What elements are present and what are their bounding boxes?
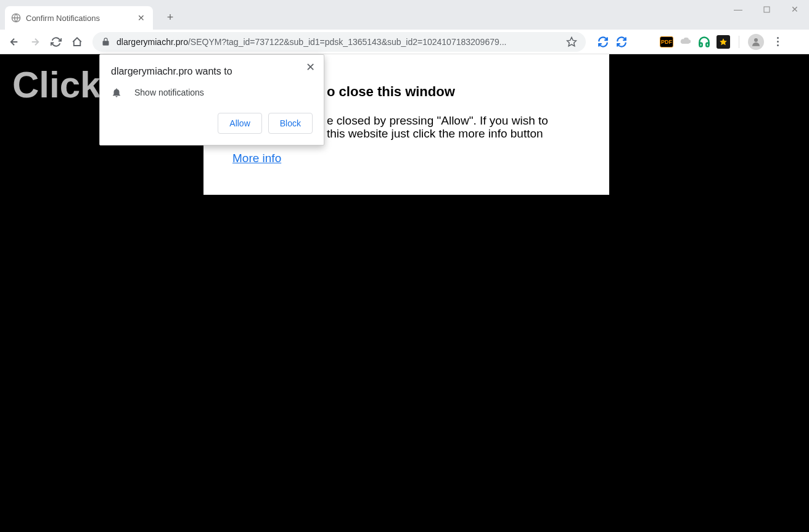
- window-controls: — ✕: [724, 0, 809, 18]
- profile-button[interactable]: [748, 34, 764, 50]
- minimize-button[interactable]: —: [724, 0, 752, 18]
- dot-icon: [777, 41, 779, 43]
- person-icon: [750, 36, 762, 47]
- extension-pdf[interactable]: PDF: [660, 36, 673, 47]
- close-icon: ✕: [791, 4, 799, 14]
- maximize-button[interactable]: [752, 0, 781, 18]
- svg-point-4: [754, 38, 758, 42]
- toolbar: dlargerymiachr.pro/SEQYM?tag_id=737122&s…: [0, 30, 809, 54]
- reload-button[interactable]: [47, 33, 65, 51]
- bell-icon: [111, 87, 122, 98]
- reload-icon: [51, 36, 62, 47]
- home-icon: [72, 36, 83, 47]
- extension-headphones[interactable]: [698, 36, 710, 48]
- extension-sync-1[interactable]: [597, 36, 609, 48]
- block-button[interactable]: Block: [268, 113, 313, 134]
- maximize-icon: [763, 6, 770, 13]
- extension-cloud[interactable]: [680, 36, 692, 48]
- forward-arrow-icon: [30, 36, 41, 47]
- permission-close-button[interactable]: ✕: [304, 61, 316, 73]
- back-button[interactable]: [5, 33, 23, 51]
- url-path: /SEQYM?tag_id=737122&sub_id1=pdsk_136514…: [188, 37, 507, 47]
- tab-title: Confirm Notifications: [26, 14, 131, 23]
- extensions-area: PDF: [597, 33, 785, 51]
- window-close-button[interactable]: ✕: [781, 0, 809, 18]
- globe-icon: [11, 13, 21, 23]
- permission-prompt: ✕ dlargerymiachr.pro wants to Show notif…: [99, 54, 324, 145]
- minimize-icon: —: [734, 4, 742, 14]
- menu-button[interactable]: [770, 33, 785, 51]
- more-info-link[interactable]: More info: [232, 152, 281, 165]
- permission-buttons: Allow Block: [111, 113, 313, 134]
- permission-title: dlargerymiachr.pro wants to: [111, 66, 313, 77]
- lock-icon: [101, 37, 110, 46]
- extension-star[interactable]: [717, 35, 730, 49]
- separator: [739, 36, 739, 48]
- url-domain: dlargerymiachr.pro: [117, 37, 188, 47]
- tab-close-button[interactable]: ✕: [136, 12, 147, 23]
- new-tab-button[interactable]: +: [162, 9, 179, 26]
- dot-icon: [777, 44, 779, 46]
- omnibox[interactable]: dlargerymiachr.pro/SEQYM?tag_id=737122&s…: [92, 32, 586, 52]
- svg-marker-2: [567, 37, 577, 46]
- bookmark-star-icon[interactable]: [566, 36, 577, 47]
- allow-button[interactable]: Allow: [218, 113, 261, 134]
- permission-request-label: Show notifications: [134, 88, 204, 97]
- back-arrow-icon: [9, 36, 20, 47]
- extension-sync-2[interactable]: [615, 36, 628, 48]
- browser-tab[interactable]: Confirm Notifications ✕: [5, 6, 153, 30]
- svg-rect-0: [764, 7, 770, 12]
- tab-bar: Confirm Notifications ✕ +: [0, 0, 809, 30]
- dot-icon: [777, 37, 779, 39]
- plus-icon: +: [167, 11, 174, 24]
- close-icon: ✕: [138, 13, 145, 23]
- home-button[interactable]: [68, 33, 86, 51]
- close-icon: ✕: [306, 60, 315, 74]
- svg-marker-3: [720, 38, 727, 45]
- permission-request-row: Show notifications: [111, 87, 313, 98]
- url-text: dlargerymiachr.pro/SEQYM?tag_id=737122&s…: [117, 37, 560, 47]
- forward-button[interactable]: [26, 33, 44, 51]
